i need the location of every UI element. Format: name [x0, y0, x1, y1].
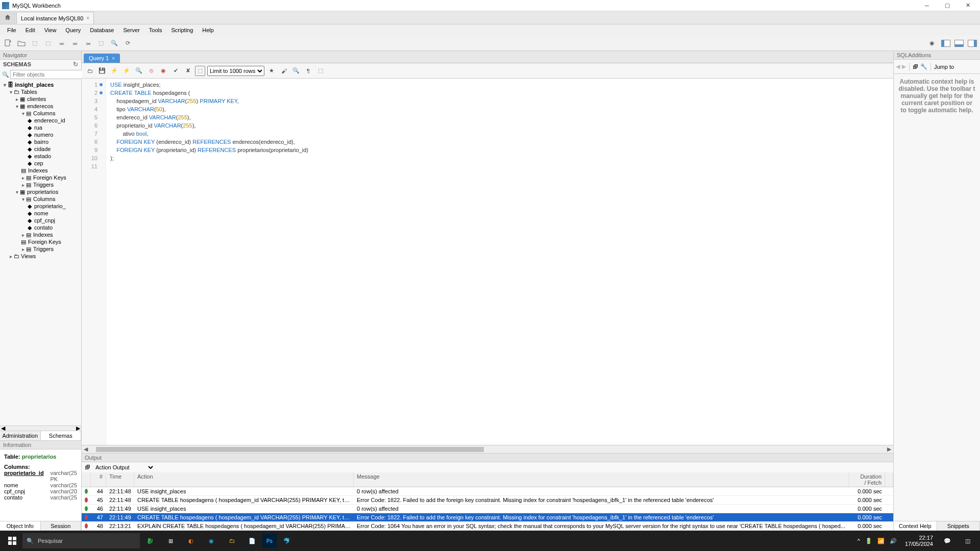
- output-row[interactable]: 4822:13:21EXPLAIN CREATE TABLE hospedage…: [82, 522, 893, 531]
- tree-col[interactable]: ◆cidade: [0, 145, 81, 153]
- open-sql-button[interactable]: [16, 38, 27, 48]
- workbench-icon[interactable]: 🐬: [277, 531, 297, 551]
- tree-indexes[interactable]: ▤Indexes: [0, 167, 81, 174]
- tree-col[interactable]: ◆nome: [0, 210, 81, 217]
- nav-back-icon[interactable]: ◀: [896, 63, 900, 70]
- start-button[interactable]: [2, 531, 22, 551]
- tree-col[interactable]: ◆estado: [0, 153, 81, 160]
- maximize-button[interactable]: ▢: [937, 0, 958, 11]
- editor-code[interactable]: USE insight_places;CREATE TABLE hospedag…: [106, 79, 893, 445]
- tree-columns[interactable]: ▾▤Columns: [0, 110, 81, 117]
- menu-tools[interactable]: Tools: [145, 26, 166, 34]
- menu-server[interactable]: Server: [119, 26, 143, 34]
- menu-edit[interactable]: Edit: [21, 26, 39, 34]
- panel-toggle-bottom[interactable]: [954, 40, 964, 47]
- auto-help-icon[interactable]: 🔧: [920, 63, 927, 70]
- tree-triggers[interactable]: ▸▤Triggers: [0, 181, 81, 188]
- schemas-refresh-icon[interactable]: ↻: [73, 61, 78, 68]
- db-sync-button[interactable]: ⫘: [69, 38, 80, 48]
- schema-tree[interactable]: ▾🗄insight_places ▾🗀Tables ▸▦clientes ▾▦e…: [0, 80, 81, 425]
- menu-query[interactable]: Query: [61, 26, 85, 34]
- stop-button[interactable]: ⦸: [146, 66, 156, 76]
- wifi-icon[interactable]: 📶: [877, 538, 885, 544]
- panel-toggle-right[interactable]: [968, 40, 977, 47]
- tree-db[interactable]: ▾🗄insight_places: [0, 81, 81, 88]
- close-icon[interactable]: ×: [86, 15, 89, 21]
- panel-toggle-left[interactable]: [941, 40, 950, 47]
- tab-snippets[interactable]: Snippets: [937, 521, 981, 531]
- tree-col[interactable]: ◆cpf_cnpj: [0, 217, 81, 224]
- menu-file[interactable]: File: [3, 26, 20, 34]
- tab-object-info[interactable]: Object Info: [0, 521, 41, 531]
- tray-chevron-icon[interactable]: ^: [857, 538, 860, 544]
- rollback-button[interactable]: ✘: [183, 66, 193, 76]
- menu-database[interactable]: Database: [86, 26, 118, 34]
- execute-step-button[interactable]: ⚡: [121, 66, 132, 76]
- tree-tables[interactable]: ▾🗀Tables: [0, 88, 81, 95]
- tree-indexes[interactable]: ▸▤Indexes: [0, 231, 81, 238]
- save-button[interactable]: 💾: [97, 66, 107, 76]
- notepad-icon[interactable]: 📄: [242, 531, 262, 551]
- model-button[interactable]: ⬚: [30, 38, 40, 48]
- taskbar-clock[interactable]: 22:17 17/05/2024: [901, 535, 937, 547]
- tree-col[interactable]: ◆bairro: [0, 138, 81, 145]
- limit-select[interactable]: Limit to 1000 rows: [207, 66, 264, 76]
- minimize-button[interactable]: ─: [917, 0, 937, 11]
- commit-button[interactable]: ✔: [170, 66, 181, 76]
- tree-fkeys[interactable]: ▤Foreign Keys: [0, 238, 81, 245]
- editor-h-scroll[interactable]: ◀▶: [82, 445, 893, 453]
- tree-col[interactable]: ◆numero: [0, 131, 81, 138]
- tree-h-scroll[interactable]: ◀▶: [0, 425, 81, 431]
- output-row[interactable]: 4722:11:49CREATE TABLE hospedagens ( hos…: [82, 513, 893, 522]
- settings-button[interactable]: ◉: [927, 38, 937, 48]
- beautify-button[interactable]: ★: [266, 66, 277, 76]
- menu-help[interactable]: Help: [198, 26, 218, 34]
- sql-editor[interactable]: 1 2 3 4 5 6 7 8 9 10 11 USE insight_plac…: [82, 79, 893, 445]
- query-tab[interactable]: Query 1 ×: [84, 54, 120, 63]
- open-file-button[interactable]: 🗀: [85, 66, 95, 76]
- info-table-name[interactable]: proprietarios: [22, 454, 57, 460]
- tree-proprietarios[interactable]: ▾▦proprietarios: [0, 188, 81, 195]
- tree-fkeys[interactable]: ▸▤Foreign Keys: [0, 174, 81, 181]
- tray-app-icon[interactable]: ◫: [958, 531, 978, 551]
- stop-on-error-button[interactable]: ◉: [158, 66, 168, 76]
- output-type-select[interactable]: Action Output: [93, 464, 155, 471]
- tree-col[interactable]: ◆contato: [0, 224, 81, 231]
- tab-schemas[interactable]: Schemas: [41, 431, 82, 440]
- db-status-button[interactable]: ⬚: [96, 38, 106, 48]
- wrap-button[interactable]: ¶: [303, 66, 313, 76]
- tree-triggers[interactable]: ▸▤Triggers: [0, 245, 81, 253]
- battery-icon[interactable]: 🔋: [865, 538, 872, 544]
- execute-button[interactable]: ⚡: [109, 66, 119, 76]
- db-connect-button[interactable]: ⫘: [56, 38, 66, 48]
- taskbar-dragon-icon[interactable]: 🐉: [140, 531, 160, 551]
- photoshop-icon[interactable]: Ps: [262, 534, 277, 548]
- refresh-button[interactable]: ⟳: [122, 38, 133, 48]
- connection-tab[interactable]: Local instance MySQL80 ×: [16, 12, 94, 24]
- tab-context-help[interactable]: Context Help: [894, 521, 937, 531]
- brush-button[interactable]: 🖌: [279, 66, 289, 76]
- notifications-icon[interactable]: 💬: [937, 531, 958, 551]
- volume-icon[interactable]: 🔊: [890, 538, 897, 544]
- filter-input[interactable]: [10, 70, 86, 79]
- output-row[interactable]: 4622:11:49USE insight_places0 row(s) aff…: [82, 505, 893, 513]
- invisible-button[interactable]: ⬚: [315, 66, 326, 76]
- tab-administration[interactable]: Administration: [0, 431, 41, 440]
- nav-fwd-icon[interactable]: ▶: [902, 63, 906, 70]
- tree-views[interactable]: ▸🗀Views: [0, 253, 81, 260]
- tree-columns[interactable]: ▾▤Columns: [0, 195, 81, 203]
- explorer-icon[interactable]: 🗀: [222, 531, 242, 551]
- tree-col[interactable]: ◆proprietario_: [0, 203, 81, 210]
- task-view-button[interactable]: ⊞: [160, 531, 181, 551]
- tree-col[interactable]: ◆rua: [0, 124, 81, 131]
- tab-session[interactable]: Session: [41, 521, 82, 531]
- output-row[interactable]: 4522:11:48CREATE TABLE hospedagens ( hos…: [82, 496, 893, 505]
- search-button[interactable]: 🔍: [291, 66, 301, 76]
- manual-help-icon[interactable]: 🗊: [913, 64, 918, 70]
- menu-view[interactable]: View: [40, 26, 61, 34]
- db-dashboard-button[interactable]: 🔍: [109, 38, 119, 48]
- autocommit-button[interactable]: ⬚: [195, 66, 205, 76]
- firefox-icon[interactable]: ◐: [181, 531, 201, 551]
- tree-clientes[interactable]: ▸▦clientes: [0, 95, 81, 103]
- system-tray[interactable]: ^ 🔋 📶 🔊: [853, 538, 901, 544]
